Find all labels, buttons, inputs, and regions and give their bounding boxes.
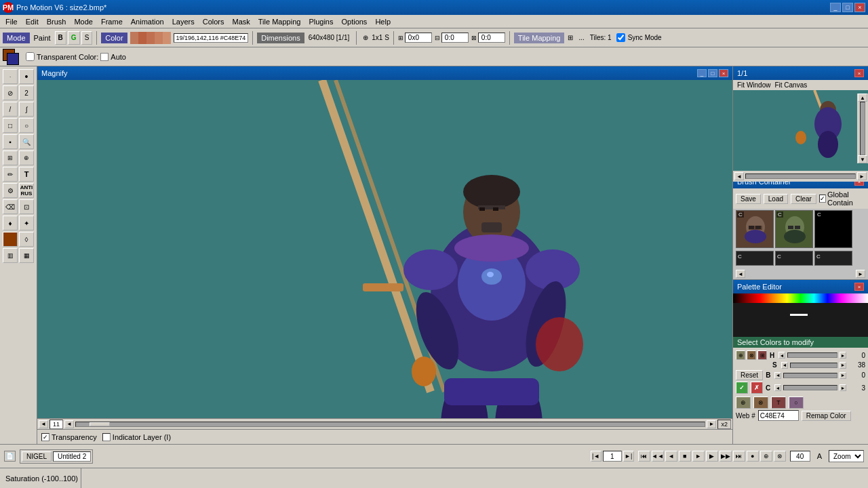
b-arrow-left[interactable]: ◄ [774,372,781,379]
tool-fill-rect[interactable]: ▪ [3,134,18,149]
brush-cell-5[interactable]: C [775,251,813,266]
play-extra1-btn[interactable]: ⊕ [760,451,772,462]
tab-untitled[interactable]: Untitled 2 [53,451,91,462]
h-arrow-right[interactable]: ► [840,352,846,359]
tab-size2[interactable]: NIGEL [22,451,52,462]
h-scroll-left-btn[interactable]: ◄ [734,172,744,180]
palette-ok-btn[interactable]: ✓ [736,382,748,394]
brush-cell-2[interactable]: C [775,210,813,248]
maximize-button[interactable]: □ [842,3,853,12]
brush-save-btn[interactable]: Save [736,194,761,204]
tool-curve[interactable]: ∫ [19,102,34,117]
brush-cell-4[interactable]: C [736,251,774,266]
tool-brush[interactable]: ✏ [3,167,18,182]
tool-rect[interactable]: □ [3,118,18,133]
palette-dark-area[interactable] [733,303,868,337]
zoom-selector[interactable]: Zoom [829,450,864,462]
tool-line[interactable]: / [3,102,18,117]
menu-frame[interactable]: Frame [97,16,127,27]
tool-bottom2[interactable]: ▦ [19,248,34,263]
s-arrow-right[interactable]: ► [840,362,846,369]
remap-btn[interactable]: Remap Color [802,411,851,421]
brush-cell-1[interactable]: C [736,210,774,248]
tool-magnify[interactable]: ⊕ [19,150,34,165]
tool-eraser[interactable]: ⌫ [3,199,18,214]
play-end-btn[interactable]: ▶▶ [719,451,732,462]
tool-zoom[interactable]: 🔍 [19,134,34,149]
v-scroll-up-btn[interactable]: ▲ [858,94,867,102]
mode-btn-g[interactable]: G [68,31,80,45]
c-arrow-right[interactable]: ► [840,384,846,391]
pal-extra-3[interactable]: T [771,396,786,409]
scroll-right-btn[interactable]: ► [707,420,716,428]
pal-extra-2[interactable]: ⊗ [753,396,768,409]
menu-mask[interactable]: Mask [229,16,254,27]
fit-window-btn[interactable]: Fit Window [737,81,770,89]
mode-btn-b[interactable]: B [55,31,66,45]
tool-2[interactable]: 2 [19,85,34,100]
menu-plugins[interactable]: Plugins [304,16,337,27]
background-color[interactable] [7,53,19,65]
menu-layers[interactable]: Layers [168,16,199,27]
b-track[interactable] [783,373,837,378]
tool-grid[interactable]: ⊞ [3,150,18,165]
play-rewind-btn[interactable]: ⏮ [638,451,650,462]
tool-draw[interactable]: ⊘ [3,85,18,100]
menu-tile-mapping[interactable]: Tile Mapping [254,16,305,27]
tool-paint[interactable]: ⚙ [3,183,18,198]
scroll-left-btn[interactable]: ◄ [39,420,48,428]
fit-canvas-btn[interactable]: Fit Canvas [774,81,807,89]
canvas-maximize-btn[interactable]: □ [708,69,717,77]
palette-color-bar[interactable] [733,293,868,303]
tool-anti[interactable]: ANTI RUS [19,183,34,198]
scrollbar-track[interactable] [75,422,705,427]
menu-animation[interactable]: Animation [127,16,168,27]
play-step-back-btn[interactable]: ◄◄ [652,451,664,462]
minimize-button[interactable]: _ [830,3,841,12]
mode-btn-s[interactable]: S [81,31,93,45]
menu-options[interactable]: Options [337,16,371,27]
tool-text[interactable]: T [19,167,34,182]
play-fwd-btn[interactable]: ▶ [706,451,718,462]
canvas-viewport[interactable] [37,80,732,418]
menu-colors[interactable]: Colors [199,16,229,27]
palette-cancel-btn[interactable]: ✗ [751,382,763,394]
menu-file[interactable]: File [1,16,22,27]
play-back-btn[interactable]: ◄ [665,451,677,462]
pal-icon-1[interactable]: ⊕ [736,350,745,360]
h-arrow-left[interactable]: ◄ [778,352,785,359]
canvas-minimize-btn[interactable]: _ [697,69,707,77]
menu-brush[interactable]: Brush [43,16,71,27]
canvas-close-btn[interactable]: × [719,69,728,77]
tool-bottom1[interactable]: ▥ [3,248,18,263]
frame-last-btn[interactable]: ►| [623,451,634,462]
play-extra2-btn[interactable]: ⊗ [774,451,786,462]
reset-btn[interactable]: Reset [736,370,763,380]
h-scroll-right-btn[interactable]: ► [857,172,867,180]
pal-extra-4[interactable]: ○ [789,396,804,409]
frame-number-input[interactable] [603,451,622,462]
brush-cell-6[interactable]: C [814,251,852,266]
frame-first-btn[interactable]: |◄ [591,451,601,462]
menu-help[interactable]: Help [371,16,395,27]
close-button[interactable]: × [854,3,865,12]
frame-count-input[interactable] [790,451,810,462]
menu-mode[interactable]: Mode [70,16,97,27]
brush-scroll-left-btn[interactable]: ◄ [736,270,745,278]
brush-cell-3[interactable]: C [814,210,852,248]
pal-icon-2[interactable]: ⊗ [747,350,756,360]
indicator-checkbox[interactable] [102,433,111,441]
tool-lasso[interactable]: ✦ [19,216,34,230]
c-arrow-left[interactable]: ◄ [774,384,781,391]
tool-move[interactable] [3,232,18,247]
play-stop-btn[interactable]: ■ [679,451,691,462]
tool-select[interactable]: ♦ [3,216,18,230]
tool-pencil-large[interactable]: • [19,69,34,84]
brush-clear-btn[interactable]: Clear [791,194,816,204]
tool-color-pick[interactable]: ◊ [19,232,34,247]
transparency-checkbox[interactable] [41,433,50,441]
sync-checkbox[interactable] [616,33,625,42]
s-track[interactable] [790,363,837,368]
web-hex-input[interactable] [758,410,799,421]
c-track[interactable] [783,385,837,390]
